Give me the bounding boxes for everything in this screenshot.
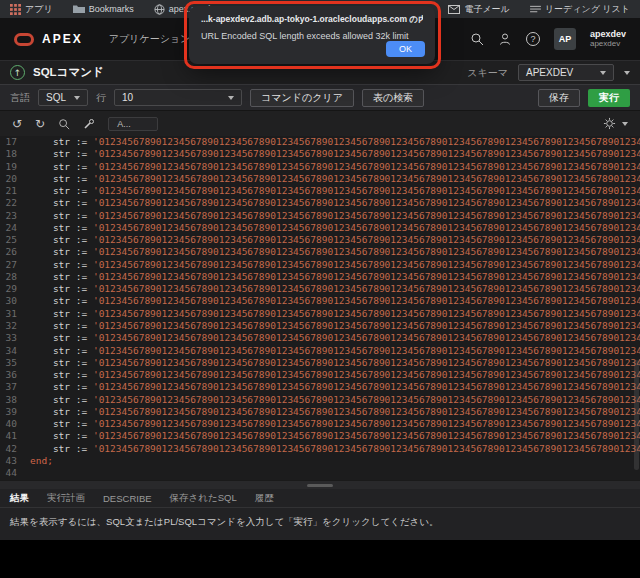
code-line[interactable]: 39 str := '01234567890123456789012345678… <box>0 406 640 418</box>
schema-label: スキーマ <box>467 66 508 80</box>
code-line[interactable]: 36 str := '01234567890123456789012345678… <box>0 369 640 381</box>
editor-lines: 17 str := '01234567890123456789012345678… <box>0 136 640 479</box>
save-button[interactable]: 保存 <box>538 89 580 107</box>
code-line[interactable]: 29 str := '01234567890123456789012345678… <box>0 283 640 295</box>
results-tab-2[interactable]: DESCRIBE <box>103 493 152 504</box>
chevron-down-icon <box>600 71 606 75</box>
code-line[interactable]: 31 str := '01234567890123456789012345678… <box>0 308 640 320</box>
schema-value: APEXDEV <box>526 67 573 78</box>
line-number: 35 <box>0 357 30 369</box>
user-menu[interactable]: apexdev apexdev <box>590 30 626 49</box>
bookmark-label: アプリ <box>25 3 53 16</box>
help-icon[interactable]: ? <box>526 32 540 46</box>
workspace-name: apexdev <box>590 40 626 49</box>
line-number: 41 <box>0 430 30 442</box>
line-number: 44 <box>0 467 30 479</box>
code-line[interactable]: 41 str := '01234567890123456789012345678… <box>0 430 640 442</box>
panel-splitter[interactable] <box>0 480 640 489</box>
language-label: 言語 <box>10 91 30 105</box>
code-line[interactable]: 20 str := '01234567890123456789012345678… <box>0 173 640 185</box>
code-line[interactable]: 25 str := '01234567890123456789012345678… <box>0 234 640 246</box>
line-number: 42 <box>0 443 30 455</box>
code-line[interactable]: 32 str := '01234567890123456789012345678… <box>0 320 640 332</box>
bookmark-label: 電子メール <box>464 3 509 16</box>
bookmark-item-reading-list[interactable]: リーディング リスト <box>530 3 630 16</box>
run-button[interactable]: 実行 <box>588 89 630 107</box>
line-number: 26 <box>0 246 30 258</box>
clear-command-button[interactable]: コマンドのクリア <box>250 89 354 107</box>
code-line[interactable]: 22 str := '01234567890123456789012345678… <box>0 197 640 209</box>
bookmark-item-email[interactable]: 電子メール <box>448 3 509 16</box>
code-line[interactable]: 26 str := '01234567890123456789012345678… <box>0 246 640 258</box>
code-line[interactable]: 38 str := '01234567890123456789012345678… <box>0 394 640 406</box>
line-number: 25 <box>0 234 30 246</box>
results-message: 結果を表示するには、SQL文またはPL/SQLコマンドを入力して「実行」をクリッ… <box>0 508 640 529</box>
schema-select[interactable]: APEXDEV <box>518 64 614 81</box>
line-number: 23 <box>0 210 30 222</box>
language-select[interactable]: SQL <box>38 89 88 106</box>
find-tables-button[interactable]: 表の検索 <box>362 89 424 107</box>
results-tab-0[interactable]: 結果 <box>10 492 29 505</box>
mail-icon <box>448 5 460 14</box>
folder-icon <box>73 4 85 14</box>
bottom-black-strip <box>0 540 640 578</box>
code-line[interactable]: 44 <box>0 467 640 479</box>
results-tab-4[interactable]: 履歴 <box>255 492 274 505</box>
code-line[interactable]: 37 str := '01234567890123456789012345678… <box>0 381 640 393</box>
code-line[interactable]: 40 str := '01234567890123456789012345678… <box>0 418 640 430</box>
results-tabs: 結果実行計画DESCRIBE保存されたSQL履歴 <box>0 489 640 508</box>
dialog-ok-button[interactable]: OK <box>386 41 425 57</box>
line-number: 31 <box>0 308 30 320</box>
line-number: 19 <box>0 161 30 173</box>
rows-select[interactable]: 10 <box>114 89 242 106</box>
line-number: 28 <box>0 271 30 283</box>
bookmark-label: Bookmarks <box>89 4 134 14</box>
avatar[interactable]: AP <box>554 28 576 50</box>
code-editor[interactable]: 17 str := '01234567890123456789012345678… <box>0 136 640 480</box>
code-line[interactable]: 43end; <box>0 455 640 467</box>
line-number: 38 <box>0 394 30 406</box>
user-account-icon[interactable] <box>498 32 512 46</box>
line-number: 17 <box>0 136 30 148</box>
results-tab-1[interactable]: 実行計画 <box>47 492 85 505</box>
settings-chevron-down-icon[interactable] <box>622 122 628 126</box>
code-line[interactable]: 33 str := '01234567890123456789012345678… <box>0 332 640 344</box>
results-panel: 結果実行計画DESCRIBE保存されたSQL履歴 結果を表示するには、SQL文ま… <box>0 489 640 540</box>
code-line[interactable]: 19 str := '01234567890123456789012345678… <box>0 161 640 173</box>
search-icon[interactable] <box>470 32 484 46</box>
line-number: 43 <box>0 455 30 467</box>
line-number: 20 <box>0 173 30 185</box>
tools-icon[interactable] <box>83 118 95 130</box>
code-line[interactable]: 27 str := '01234567890123456789012345678… <box>0 259 640 271</box>
code-line[interactable]: 18 str := '01234567890123456789012345678… <box>0 148 640 160</box>
alert-origin: ...k-apexdev2.adb.ap-tokyo-1.oraclecloud… <box>201 14 423 26</box>
undo-icon[interactable]: ↺ <box>12 118 22 130</box>
gear-icon[interactable] <box>603 117 616 130</box>
oracle-logo-icon <box>14 33 34 46</box>
bookmark-item-apps[interactable]: アプリ <box>10 3 53 16</box>
code-line[interactable]: 17 str := '01234567890123456789012345678… <box>0 136 640 148</box>
find-icon[interactable] <box>58 118 70 130</box>
code-line[interactable]: 23 str := '01234567890123456789012345678… <box>0 210 640 222</box>
panel-chevron-down-icon[interactable] <box>624 71 630 75</box>
rows-label: 行 <box>96 91 106 105</box>
line-number: 29 <box>0 283 30 295</box>
code-line[interactable]: 34 str := '01234567890123456789012345678… <box>0 345 640 357</box>
reading-list-icon <box>530 5 541 14</box>
alert-dialog: ...k-apexdev2.adb.ap-tokyo-1.oraclecloud… <box>189 6 435 64</box>
bookmark-item-bookmarks-folder[interactable]: Bookmarks <box>73 4 134 14</box>
sql-toolbar: 言語 SQL 行 10 コマンドのクリア 表の検索 保存 実行 <box>0 84 640 111</box>
code-line[interactable]: 24 str := '01234567890123456789012345678… <box>0 222 640 234</box>
editor-toolbar: ↺ ↻ A... <box>0 111 640 136</box>
code-line[interactable]: 30 str := '01234567890123456789012345678… <box>0 295 640 307</box>
code-line[interactable]: 28 str := '01234567890123456789012345678… <box>0 271 640 283</box>
screen: アプリ Bookmarks apex.oracle.com 電子メール <box>0 0 640 578</box>
redo-icon[interactable]: ↻ <box>35 118 45 130</box>
line-number: 36 <box>0 369 30 381</box>
editor-scrollbar[interactable] <box>634 360 639 470</box>
results-tab-3[interactable]: 保存されたSQL <box>170 492 237 505</box>
code-line[interactable]: 35 str := '01234567890123456789012345678… <box>0 357 640 369</box>
autocomplete-hint[interactable]: A... <box>108 117 158 131</box>
code-line[interactable]: 42 str := '01234567890123456789012345678… <box>0 443 640 455</box>
code-line[interactable]: 21 str := '01234567890123456789012345678… <box>0 185 640 197</box>
